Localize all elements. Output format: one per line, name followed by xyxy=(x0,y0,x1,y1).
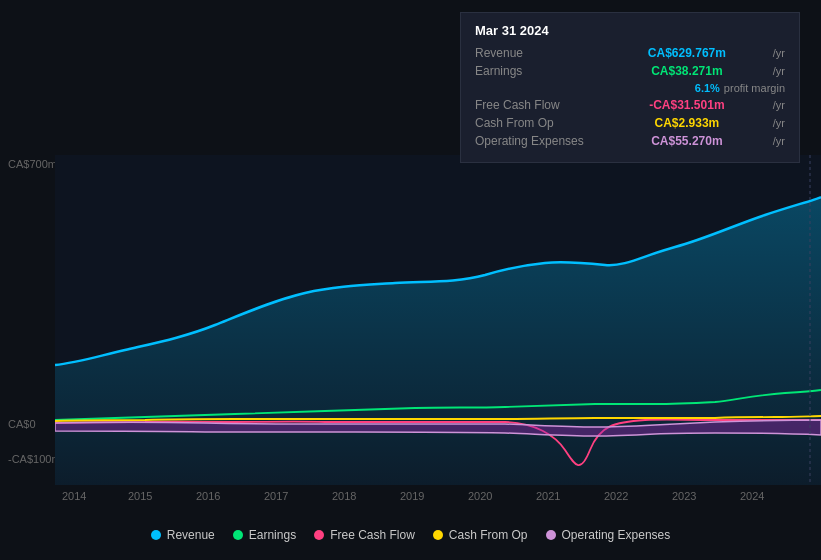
tooltip-value-fcf: -CA$31.501m xyxy=(649,98,724,112)
tooltip-row-earnings: Earnings CA$38.271m /yr xyxy=(475,64,785,78)
x-label-2015: 2015 xyxy=(128,490,152,502)
x-label-2014: 2014 xyxy=(62,490,86,502)
profit-margin-row: 6.1% profit margin xyxy=(475,82,785,94)
tooltip-box: Mar 31 2024 Revenue CA$629.767m /yr Earn… xyxy=(460,12,800,163)
tooltip-value-earnings: CA$38.271m xyxy=(651,64,722,78)
y-label-0: CA$0 xyxy=(8,418,36,430)
tooltip-row-revenue: Revenue CA$629.767m /yr xyxy=(475,46,785,60)
legend-item-revenue[interactable]: Revenue xyxy=(151,528,215,542)
x-label-2017: 2017 xyxy=(264,490,288,502)
tooltip-value-revenue: CA$629.767m xyxy=(648,46,726,60)
profit-margin-value: 6.1% xyxy=(695,82,720,94)
tooltip-label-earnings: Earnings xyxy=(475,64,605,78)
tooltip-value-cashfromop: CA$2.933m xyxy=(655,116,720,130)
legend-item-opex[interactable]: Operating Expenses xyxy=(546,528,671,542)
tooltip-suffix-fcf: /yr xyxy=(773,99,785,111)
tooltip-suffix-revenue: /yr xyxy=(773,47,785,59)
tooltip-label-revenue: Revenue xyxy=(475,46,605,60)
legend-label-fcf: Free Cash Flow xyxy=(330,528,415,542)
x-label-2018: 2018 xyxy=(332,490,356,502)
y-label-700: CA$700m xyxy=(8,158,57,170)
x-label-2021: 2021 xyxy=(536,490,560,502)
legend-label-opex: Operating Expenses xyxy=(562,528,671,542)
chart-container: Mar 31 2024 Revenue CA$629.767m /yr Earn… xyxy=(0,0,821,560)
x-label-2024: 2024 xyxy=(740,490,764,502)
chart-svg xyxy=(55,155,821,485)
x-label-2020: 2020 xyxy=(468,490,492,502)
tooltip-row-fcf: Free Cash Flow -CA$31.501m /yr xyxy=(475,98,785,112)
x-label-2022: 2022 xyxy=(604,490,628,502)
y-label-neg100: -CA$100m xyxy=(8,453,61,465)
tooltip-suffix-opex: /yr xyxy=(773,135,785,147)
legend-item-fcf[interactable]: Free Cash Flow xyxy=(314,528,415,542)
tooltip-label-opex: Operating Expenses xyxy=(475,134,605,148)
legend-dot-opex xyxy=(546,530,556,540)
x-label-2016: 2016 xyxy=(196,490,220,502)
legend-label-revenue: Revenue xyxy=(167,528,215,542)
profit-margin-label: profit margin xyxy=(724,82,785,94)
tooltip-date: Mar 31 2024 xyxy=(475,23,785,38)
legend-dot-earnings xyxy=(233,530,243,540)
legend-dot-cashfromop xyxy=(433,530,443,540)
x-label-2023: 2023 xyxy=(672,490,696,502)
legend-label-earnings: Earnings xyxy=(249,528,296,542)
tooltip-label-cashfromop: Cash From Op xyxy=(475,116,605,130)
tooltip-row-opex: Operating Expenses CA$55.270m /yr xyxy=(475,134,785,148)
tooltip-suffix-earnings: /yr xyxy=(773,65,785,77)
legend: Revenue Earnings Free Cash Flow Cash Fro… xyxy=(0,528,821,542)
x-label-2019: 2019 xyxy=(400,490,424,502)
tooltip-row-cashfromop: Cash From Op CA$2.933m /yr xyxy=(475,116,785,130)
legend-label-cashfromop: Cash From Op xyxy=(449,528,528,542)
tooltip-value-opex: CA$55.270m xyxy=(651,134,722,148)
tooltip-suffix-cashfromop: /yr xyxy=(773,117,785,129)
legend-item-earnings[interactable]: Earnings xyxy=(233,528,296,542)
tooltip-label-fcf: Free Cash Flow xyxy=(475,98,605,112)
legend-item-cashfromop[interactable]: Cash From Op xyxy=(433,528,528,542)
legend-dot-revenue xyxy=(151,530,161,540)
legend-dot-fcf xyxy=(314,530,324,540)
